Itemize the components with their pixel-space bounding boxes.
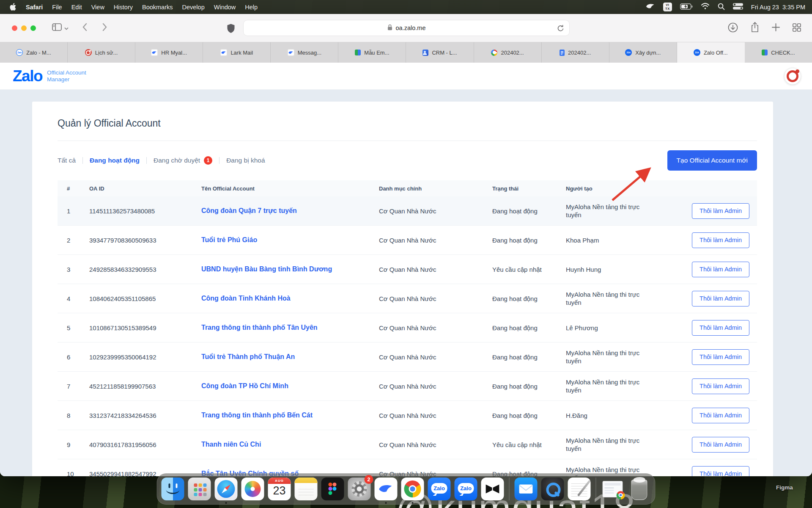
oa-name-link[interactable]: Công đoàn Tỉnh Khánh Hoà (201, 295, 291, 302)
tab-11[interactable]: ZOAZalo Off... (677, 42, 745, 63)
sidebar-chevron-down-icon[interactable] (64, 24, 69, 32)
oa-name-link[interactable]: Tuổi trẻ Phú Giáo (201, 236, 257, 243)
menu-edit[interactable]: Edit (67, 4, 87, 11)
tab-2[interactable]: Lịch sử... (68, 42, 135, 63)
sidebar-toggle-icon[interactable] (52, 23, 62, 33)
menu-bookmarks[interactable]: Bookmarks (137, 4, 178, 11)
table-row: 94079031617831956056Thanh niên Củ ChiCơ … (58, 430, 757, 459)
menu-bar-clock[interactable]: Fri Aug 23 3:35 PM (751, 4, 805, 11)
tab-label: CHECK... (771, 50, 795, 56)
tab-9[interactable]: 202402... (542, 42, 609, 63)
system-settings-dock-icon[interactable]: 2 (348, 478, 371, 500)
forward-button[interactable] (102, 23, 107, 33)
oa-name-link[interactable]: UBND huyện Bàu Bàng tỉnh Bình Dương (201, 265, 332, 273)
lark-dock-icon[interactable] (375, 478, 398, 500)
zalo-dock-icon-2[interactable]: Zalo (455, 478, 477, 500)
create-oa-button[interactable]: Tạo Official Account mới (667, 150, 757, 171)
oa-name-link[interactable]: Tuổi trẻ Thành phố Thuận An (201, 353, 295, 360)
battery-icon[interactable] (680, 3, 693, 11)
remove-admin-button[interactable]: Thôi làm Admin (692, 349, 749, 365)
close-window-button[interactable] (12, 25, 17, 31)
table-body: 11145111362573480085Công đoàn Quận 7 trự… (58, 196, 757, 476)
tab-4[interactable]: Lark Mail (203, 42, 271, 63)
privacy-shield-icon[interactable] (227, 23, 235, 35)
chrome-dock-icon[interactable] (401, 478, 424, 500)
action-cell: Thôi làm Admin (674, 320, 757, 336)
oa-name-link[interactable]: Công đoàn Quận 7 trực tuyến (201, 207, 297, 214)
remove-admin-button[interactable]: Thôi làm Admin (692, 378, 749, 394)
menu-develop[interactable]: Develop (178, 4, 209, 11)
photos-dock-icon[interactable] (241, 478, 264, 500)
filter-tab-3[interactable]: Đang chờ duyệt1 (154, 156, 212, 165)
capcut-dock-icon[interactable] (481, 478, 504, 500)
tab-5[interactable]: Messag... (271, 42, 338, 63)
textedit-dock-icon[interactable] (568, 478, 591, 500)
tab-label: HR Myal... (161, 50, 187, 56)
new-tab-button[interactable] (772, 23, 780, 33)
desktop-icon-label-figma[interactable]: Figma (776, 484, 793, 491)
spotlight-search-icon[interactable] (718, 3, 725, 11)
menu-file[interactable]: File (47, 4, 66, 11)
dock: AUG23 2 Zalo Zalo (157, 473, 656, 505)
launchpad-dock-icon[interactable] (188, 478, 211, 500)
input-source-icon[interactable]: VI TX (663, 3, 672, 11)
oa-name-link[interactable]: Trang thông tin thành phố Bến Cát (201, 411, 313, 419)
filter-tab-1[interactable]: Tất cả (58, 157, 76, 164)
remove-admin-button[interactable]: Thôi làm Admin (692, 203, 749, 219)
lark-menubar-icon[interactable] (646, 3, 655, 11)
filter-tab-2[interactable]: Đang hoạt động (90, 157, 140, 164)
minimize-window-button[interactable] (21, 25, 27, 31)
remove-admin-button[interactable]: Thôi làm Admin (692, 232, 749, 248)
user-avatar[interactable] (784, 68, 801, 85)
safari-dock-icon[interactable] (215, 478, 238, 500)
remove-admin-button[interactable]: Thôi làm Admin (692, 408, 749, 423)
apple-menu-icon[interactable] (7, 3, 21, 11)
mail-dock-icon[interactable] (515, 478, 538, 500)
zalo-oa-logo[interactable]: Zalo Official Account Manager (13, 67, 86, 85)
remove-admin-button[interactable]: Thôi làm Admin (692, 437, 749, 453)
tab-7[interactable]: CRM - L... (406, 42, 474, 63)
tab-10[interactable]: ZOAXây dựn... (609, 42, 677, 63)
address-bar[interactable]: oa.zalo.me (243, 20, 570, 36)
active-app-name[interactable]: Safari (21, 4, 47, 11)
tab-6[interactable]: Mẫu Em... (338, 42, 406, 63)
zalo-oa-header: Zalo Official Account Manager (0, 63, 812, 90)
remove-admin-button[interactable]: Thôi làm Admin (692, 262, 749, 277)
reload-button[interactable] (557, 25, 564, 33)
menu-history[interactable]: History (109, 4, 137, 11)
tab-1[interactable]: ZaloZalo - M... (0, 42, 68, 63)
menu-window[interactable]: Window (209, 4, 241, 11)
wifi-icon[interactable] (701, 3, 710, 11)
category: Cơ Quan Nhà Nước (379, 295, 492, 302)
menu-help[interactable]: Help (240, 4, 262, 11)
menu-view[interactable]: View (87, 4, 109, 11)
notes-dock-icon[interactable] (295, 478, 318, 500)
oa-name-link[interactable]: Công đoàn TP Hồ Chí Minh (201, 382, 288, 389)
share-button[interactable] (751, 22, 759, 34)
tab-8[interactable]: 202402... (474, 42, 542, 63)
status: Đang hoạt động (492, 295, 566, 302)
tab-3[interactable]: HR Myal... (135, 42, 203, 63)
oa-name-link[interactable]: Trang thông tin thành phố Tân Uyên (201, 324, 318, 331)
tab-12[interactable]: CHECK... (745, 42, 812, 63)
finder-dock-icon[interactable] (162, 478, 184, 500)
tab-overview-button[interactable] (793, 23, 801, 33)
control-center-icon[interactable] (733, 3, 743, 11)
figma-dock-icon[interactable] (321, 478, 344, 500)
trash-dock-icon[interactable] (628, 478, 651, 500)
filter-tab-4[interactable]: Đang bị khoá (226, 157, 265, 164)
tab-label: 202402... (501, 50, 524, 56)
zoom-window-button[interactable] (30, 25, 36, 31)
remove-admin-button[interactable]: Thôi làm Admin (692, 291, 749, 306)
row-index: 1 (58, 207, 89, 215)
oa-name-link[interactable]: Thanh niên Củ Chi (201, 441, 261, 448)
downloads-button[interactable] (728, 22, 738, 34)
zalo-dock-icon[interactable]: Zalo (428, 478, 451, 500)
remove-admin-button[interactable]: Thôi làm Admin (692, 466, 749, 477)
minimized-window-dock-icon[interactable] (601, 478, 624, 500)
remove-admin-button[interactable]: Thôi làm Admin (692, 320, 749, 336)
calendar-dock-icon[interactable]: AUG23 (268, 478, 291, 500)
status: Đang hoạt động (492, 237, 566, 244)
quicktime-dock-icon[interactable] (541, 478, 564, 500)
back-button[interactable] (82, 23, 87, 33)
